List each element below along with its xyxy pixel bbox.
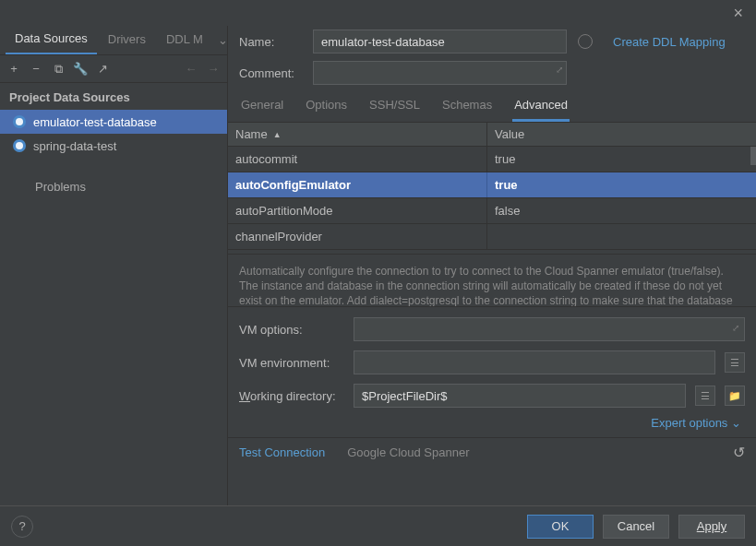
apply-button[interactable]: Apply (678, 515, 745, 539)
left-toolbar: + − ⧉ 🔧 ↗ ← → (0, 55, 227, 83)
comment-label: Comment: (239, 66, 304, 80)
tree-item-problems[interactable]: Problems (0, 174, 227, 198)
wrench-icon[interactable]: 🔧 (72, 61, 89, 77)
tab-general[interactable]: General (239, 98, 285, 122)
tree-item-label: emulator-test-database (33, 115, 157, 129)
prop-value[interactable]: true (487, 172, 756, 197)
expert-options-link[interactable]: Expert options ⌄ (651, 416, 741, 430)
prop-value[interactable] (487, 224, 756, 249)
working-dir-input[interactable] (354, 384, 686, 408)
working-dir-label: Working directory: (239, 389, 344, 403)
forward-icon[interactable]: → (205, 61, 222, 77)
color-indicator-icon[interactable] (578, 34, 593, 49)
tab-schemas[interactable]: Schemas (440, 98, 494, 122)
back-icon[interactable]: ← (183, 61, 199, 77)
prop-name: autocommit (228, 147, 487, 172)
create-ddl-link[interactable]: Create DDL Mapping (613, 35, 726, 49)
tab-options[interactable]: Options (304, 98, 349, 122)
revert-icon[interactable]: ↺ (733, 444, 745, 461)
table-row[interactable]: autoPartitionMode false (228, 198, 756, 224)
vm-options-input[interactable] (354, 317, 745, 341)
col-header-name[interactable]: Name ▲ (228, 123, 487, 146)
dialog-footer: ? OK Cancel Apply (0, 505, 756, 546)
sort-asc-icon: ▲ (273, 130, 282, 139)
tab-ssh-ssl[interactable]: SSH/SSL (367, 98, 422, 122)
driver-name-label: Google Cloud Spanner (347, 445, 469, 459)
cancel-button[interactable]: Cancel (603, 515, 669, 539)
scrollbar[interactable] (750, 147, 756, 165)
tree-item-label: spring-data-test (33, 139, 116, 153)
prop-name: autoConfigEmulator (228, 172, 487, 197)
help-button[interactable]: ? (11, 516, 33, 538)
tab-ddl[interactable]: DDL M (157, 27, 212, 53)
left-panel: Data Sources Drivers DDL M ⌄ + − ⧉ 🔧 ↗ ←… (0, 26, 228, 505)
expand-icon[interactable]: ⤢ (732, 323, 739, 333)
vm-env-input[interactable] (354, 350, 715, 374)
test-connection-link[interactable]: Test Connection (239, 445, 325, 459)
export-icon[interactable]: ↗ (94, 61, 111, 77)
tab-drivers[interactable]: Drivers (99, 27, 155, 53)
col-header-name-label: Name (235, 127, 268, 141)
add-icon[interactable]: + (6, 61, 22, 77)
comment-input[interactable] (313, 61, 567, 85)
table-row[interactable]: autoConfigEmulator true (228, 172, 756, 198)
prop-name: autoPartitionMode (228, 198, 487, 223)
ok-button[interactable]: OK (527, 515, 594, 539)
col-header-value[interactable]: Value (487, 123, 756, 146)
list-icon[interactable]: ☰ (725, 352, 745, 373)
property-description: Automatically configure the connection t… (228, 254, 756, 307)
vm-options-label: VM options: (239, 323, 344, 337)
vm-env-label: VM environment: (239, 356, 344, 370)
tree-item-emulator[interactable]: emulator-test-database (0, 110, 227, 134)
right-panel: Name: Create DDL Mapping Comment: ⤢ Gene… (228, 26, 756, 505)
table-row[interactable]: channelProvider (228, 224, 756, 250)
properties-table: autocommit true autoConfigEmulator true … (228, 147, 756, 250)
prop-value[interactable]: true (487, 147, 756, 172)
database-icon (13, 115, 26, 128)
inner-tabs: General Options SSH/SSL Schemas Advanced (228, 89, 756, 123)
tab-data-sources[interactable]: Data Sources (6, 26, 97, 55)
table-row[interactable]: autocommit true (228, 147, 756, 172)
list-icon[interactable]: ☰ (695, 386, 715, 406)
table-header: Name ▲ Value (228, 123, 756, 147)
section-header: Project Data Sources (0, 83, 227, 110)
database-icon (13, 139, 26, 152)
name-label: Name: (239, 35, 304, 49)
folder-icon[interactable]: 📁 (725, 386, 745, 406)
close-icon[interactable]: × (727, 4, 749, 23)
tree-item-spring[interactable]: spring-data-test (0, 134, 227, 158)
expand-icon[interactable]: ⤢ (556, 65, 563, 75)
copy-icon[interactable]: ⧉ (50, 61, 66, 77)
chevron-down-icon[interactable]: ⌄ (214, 33, 227, 47)
tab-advanced[interactable]: Advanced (512, 98, 570, 122)
remove-icon[interactable]: − (28, 61, 44, 77)
prop-value[interactable]: false (487, 198, 756, 223)
left-tabs: Data Sources Drivers DDL M ⌄ (0, 26, 227, 55)
prop-name: channelProvider (228, 224, 487, 249)
name-input[interactable] (313, 30, 567, 53)
